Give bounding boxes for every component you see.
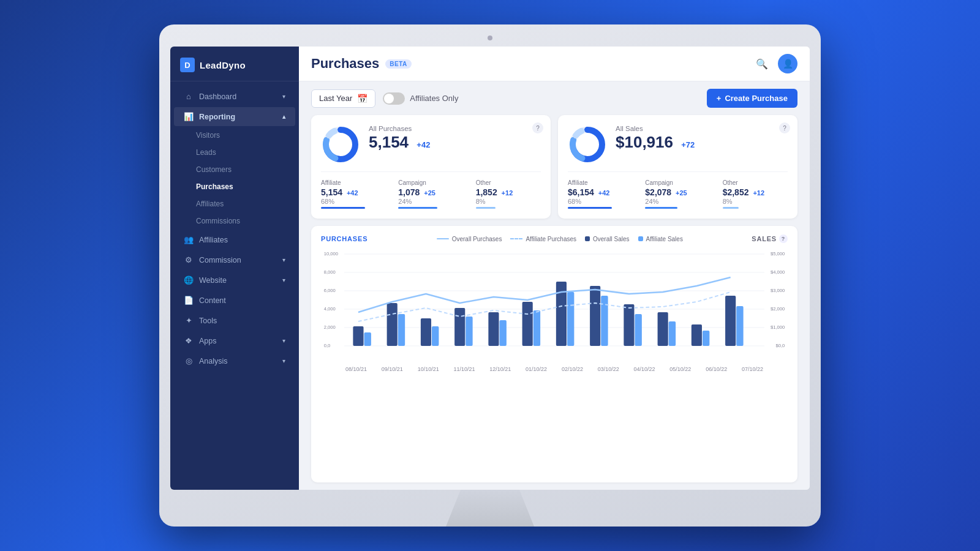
sidebar-item-leads[interactable]: Leads [174, 144, 295, 160]
sidebar-item-visitors[interactable]: Visitors [174, 127, 295, 143]
tools-icon: ✦ [184, 316, 194, 325]
svg-text:$5,000: $5,000 [771, 251, 785, 257]
x-label-2: 09/10/21 [382, 366, 403, 372]
svg-text:6,000: 6,000 [324, 288, 336, 293]
filter-bar: Last Year 📅 Affiliates Only + Create Pur… [299, 81, 810, 115]
sidebar-item-analysis[interactable]: ◎ Analysis ▾ [174, 351, 295, 370]
x-label-3: 10/10/21 [418, 366, 439, 372]
chevron-website-icon: ▾ [282, 277, 285, 283]
chart-title-sales: SALES ? [752, 234, 788, 243]
all-sales-value: $10,916 +72 [616, 133, 788, 151]
x-label-11: 06/10/22 [706, 366, 727, 372]
avatar[interactable]: 👤 [778, 54, 797, 73]
sales-bar-campaign [645, 207, 677, 209]
sales-breakdown-other: Other $2,852 +12 8% [723, 179, 788, 209]
svg-rect-46 [725, 296, 736, 346]
legend-line-overall [437, 238, 449, 239]
svg-rect-32 [488, 312, 499, 346]
chevron-up-icon: ▴ [282, 113, 285, 120]
sidebar-item-apps[interactable]: ❖ Apps ▾ [174, 331, 295, 350]
svg-rect-30 [454, 308, 465, 346]
x-label-10: 05/10/22 [669, 366, 691, 372]
logo-area: D LeadDyno [170, 55, 299, 81]
sidebar-item-content[interactable]: 📄 Content [174, 291, 295, 310]
chart-svg: 10,000 8,000 6,000 4,000 2,000 0,0 $5,00… [321, 248, 788, 361]
x-label-8: 03/10/22 [598, 366, 619, 372]
sidebar: D LeadDyno ⌂ Dashboard ▾ 📊 Reporting ▴ V… [170, 47, 299, 490]
breakdown-campaign: Campaign 1,078 +25 24% [398, 179, 463, 209]
chart-header: PURCHASES Overall Purchases Affiliate Pu… [321, 234, 788, 243]
search-icon: 🔍 [756, 58, 768, 70]
date-picker[interactable]: Last Year 📅 [311, 89, 375, 108]
website-icon: 🌐 [184, 276, 194, 285]
all-purchases-delta: +42 [417, 140, 430, 149]
svg-rect-41 [635, 314, 641, 346]
all-purchases-card: ? All Purchases 5,154 +42 [311, 115, 551, 219]
sales-breakdown-affiliate: Affiliate $6,154 +42 68% [568, 179, 633, 209]
legend-affiliate-purchases: Affiliate Purchases [510, 236, 576, 242]
date-range-value: Last Year [319, 94, 352, 103]
monitor-stand [441, 490, 539, 527]
sidebar-item-affiliates[interactable]: 👥 Affiliates [174, 230, 295, 249]
top-bar: Purchases BETA 🔍 👤 [299, 47, 810, 81]
legend-overall-sales: Overall Sales [585, 236, 629, 242]
apps-icon: ❖ [184, 336, 194, 345]
x-label-5: 12/10/21 [489, 366, 511, 372]
svg-rect-28 [421, 318, 431, 346]
sidebar-item-tools[interactable]: ✦ Tools [174, 311, 295, 330]
svg-text:2,000: 2,000 [324, 324, 336, 330]
svg-rect-38 [590, 286, 600, 346]
chart-help-icon[interactable]: ? [779, 234, 788, 243]
all-purchases-value: 5,154 +42 [369, 133, 541, 151]
x-label-4: 11/10/21 [453, 366, 475, 372]
sidebar-item-commission[interactable]: ⚙ Commission ▾ [174, 250, 295, 269]
legend-sq-affiliate-sales [638, 236, 643, 241]
sales-donut-chart [568, 125, 607, 164]
sidebar-item-website[interactable]: 🌐 Website ▾ [174, 271, 295, 290]
svg-text:$0,0: $0,0 [775, 343, 785, 348]
sidebar-item-reporting[interactable]: 📊 Reporting ▴ [174, 107, 295, 126]
chart-x-labels: 08/10/21 09/10/21 10/10/21 11/10/21 12/1… [321, 366, 788, 372]
beta-badge: BETA [385, 59, 411, 69]
stats-row: ? All Purchases 5,154 +42 [299, 115, 810, 219]
svg-text:$2,000: $2,000 [771, 306, 785, 312]
svg-rect-26 [387, 303, 398, 346]
logo-text: LeadDyno [200, 60, 246, 70]
legend-affiliate-sales: Affiliate Sales [638, 236, 683, 242]
chevron-icon: ▾ [282, 93, 285, 100]
chart-title-purchases: PURCHASES [321, 235, 368, 242]
sidebar-item-customers[interactable]: Customers [174, 162, 295, 178]
svg-rect-45 [703, 331, 709, 346]
svg-rect-42 [658, 312, 668, 346]
sidebar-item-dashboard[interactable]: ⌂ Dashboard ▾ [174, 87, 295, 106]
sidebar-item-affiliates-sub[interactable]: Affiliates [174, 196, 295, 212]
breakdown-bar-other [476, 207, 496, 209]
all-sales-delta: +72 [681, 140, 695, 149]
search-button[interactable]: 🔍 [752, 54, 772, 73]
chart-container: PURCHASES Overall Purchases Affiliate Pu… [311, 226, 797, 482]
svg-text:$4,000: $4,000 [771, 269, 785, 275]
calendar-icon: 📅 [357, 94, 368, 103]
svg-rect-43 [669, 321, 676, 346]
x-label-7: 02/10/22 [562, 366, 583, 372]
sales-bar-other [723, 207, 739, 209]
content-icon: 📄 [184, 296, 194, 305]
svg-rect-47 [736, 306, 743, 346]
svg-rect-29 [432, 326, 439, 346]
help-icon-sales[interactable]: ? [779, 122, 790, 133]
logo-icon: D [180, 58, 195, 72]
help-icon-purchases[interactable]: ? [532, 122, 543, 133]
all-sales-label: All Sales [616, 125, 788, 132]
sales-bar-affiliate [568, 207, 612, 209]
sidebar-item-commissions-sub[interactable]: Commissions [174, 213, 295, 229]
affiliates-only-toggle[interactable] [383, 92, 405, 105]
x-label-9: 04/10/22 [634, 366, 655, 372]
svg-rect-27 [398, 314, 405, 346]
sales-breakdown: Affiliate $6,154 +42 68% Campaign $2,078… [568, 171, 788, 209]
create-purchase-button[interactable]: + Create Purchase [707, 89, 797, 108]
sidebar-item-purchases[interactable]: Purchases [174, 179, 295, 195]
page-title: Purchases [311, 56, 379, 72]
breakdown-bar-affiliate [321, 207, 365, 209]
svg-rect-34 [522, 302, 533, 346]
svg-text:8,000: 8,000 [324, 269, 336, 275]
